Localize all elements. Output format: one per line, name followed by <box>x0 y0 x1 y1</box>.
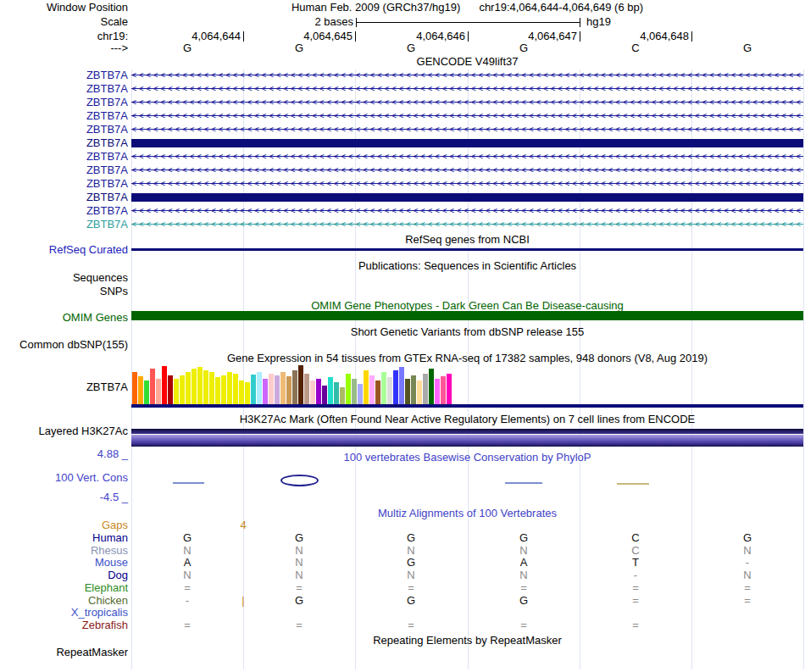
gtex-expression-bar[interactable] <box>162 366 167 404</box>
gene-label[interactable]: ZBTB7A <box>0 178 128 190</box>
gtex-gene-model-line[interactable] <box>131 404 803 408</box>
gtex-expression-bar[interactable] <box>328 377 333 404</box>
track-label-gtex-gene[interactable]: ZBTB7A <box>0 381 128 393</box>
h3k27ac-signal-band-top[interactable] <box>131 429 803 434</box>
gtex-expression-bar[interactable] <box>245 382 250 404</box>
gtex-expression-bar[interactable] <box>405 379 410 404</box>
gtex-expression-bar[interactable] <box>292 370 297 404</box>
species-label-mouse[interactable]: Mouse <box>0 557 128 569</box>
gtex-expression-bar[interactable] <box>150 369 155 404</box>
gtex-expression-bar[interactable] <box>369 375 375 404</box>
species-label-human[interactable]: Human <box>0 532 128 544</box>
gtex-expression-bar[interactable] <box>215 377 220 404</box>
gtex-expression-bar[interactable] <box>257 372 262 404</box>
gene-direction-arrows[interactable]: <<<<<<<<<<<<<<<<<<<<<<<<<<<<<<<<<<<<<<<<… <box>131 69 803 81</box>
gene-direction-arrows[interactable]: <<<<<<<<<<<<<<<<<<<<<<<<<<<<<<<<<<<<<<<<… <box>131 164 803 175</box>
h3k27ac-signal-band[interactable] <box>131 435 803 447</box>
gtex-expression-bar[interactable] <box>221 375 226 404</box>
gtex-expression-bar[interactable] <box>364 370 369 404</box>
gene-label[interactable]: ZBTB7A <box>0 164 128 176</box>
gtex-expression-bar[interactable] <box>168 375 173 404</box>
omim-gene-bar[interactable] <box>131 311 803 320</box>
gtex-expression-bar[interactable] <box>298 365 303 404</box>
species-label-zebrafish[interactable]: Zebrafish <box>0 619 128 631</box>
species-label-x_tropicalis[interactable]: X_tropicalis <box>0 607 128 619</box>
gtex-expression-bar[interactable] <box>192 369 197 404</box>
gene-label[interactable]: ZBTB7A <box>0 192 128 203</box>
gtex-expression-bar[interactable] <box>346 374 351 404</box>
track-label-common-dbsnp[interactable]: Common dbSNP(155) <box>0 339 128 351</box>
gtex-expression-bar[interactable] <box>239 380 244 404</box>
gtex-expression-bar[interactable] <box>227 372 232 404</box>
species-label-rhesus[interactable]: Rhesus <box>0 545 128 557</box>
gtex-expression-bar[interactable] <box>144 380 149 404</box>
gene-direction-arrows[interactable]: <<<<<<<<<<<<<<<<<<<<<<<<<<<<<<<<<<<<<<<<… <box>131 219 803 230</box>
gtex-expression-bar[interactable] <box>340 387 345 404</box>
gene-label[interactable]: ZBTB7A <box>0 219 128 230</box>
gtex-expression-bar[interactable] <box>197 367 203 404</box>
gtex-expression-bar[interactable] <box>429 369 434 404</box>
gtex-expression-bar[interactable] <box>156 379 161 404</box>
species-label-dog[interactable]: Dog <box>0 569 128 581</box>
gtex-expression-bar[interactable] <box>251 375 256 404</box>
gtex-expression-bar[interactable] <box>387 377 392 404</box>
gtex-expression-bar[interactable] <box>435 379 440 404</box>
gtex-expression-bar[interactable] <box>310 380 315 404</box>
gene-exon-bar[interactable] <box>131 139 803 147</box>
gene-direction-arrows[interactable]: <<<<<<<<<<<<<<<<<<<<<<<<<<<<<<<<<<<<<<<<… <box>131 205 803 216</box>
gtex-expression-bar[interactable] <box>203 370 208 404</box>
gtex-expression-bar[interactable] <box>275 375 280 404</box>
gtex-expression-bar[interactable] <box>399 367 404 404</box>
track-label-sequences[interactable]: Sequences <box>0 272 128 284</box>
gene-label[interactable]: ZBTB7A <box>0 83 128 95</box>
gtex-expression-bar[interactable] <box>417 380 422 404</box>
species-label-elephant[interactable]: Elephant <box>0 582 128 594</box>
gtex-expression-bar[interactable] <box>304 374 309 404</box>
gtex-expression-bar[interactable] <box>358 384 363 404</box>
gene-direction-arrows[interactable]: <<<<<<<<<<<<<<<<<<<<<<<<<<<<<<<<<<<<<<<<… <box>131 151 803 162</box>
gtex-expression-bar[interactable] <box>381 372 386 404</box>
track-label-repeatmasker[interactable]: RepeatMasker <box>0 647 128 658</box>
gene-label[interactable]: ZBTB7A <box>0 205 128 217</box>
gtex-expression-bar[interactable] <box>132 372 137 404</box>
gtex-expression-bar[interactable] <box>322 386 327 404</box>
track-label-phylop[interactable]: 100 Vert. Cons <box>0 472 128 484</box>
gtex-expression-bar[interactable] <box>411 375 416 404</box>
gene-label[interactable]: ZBTB7A <box>0 110 128 122</box>
gtex-expression-bar[interactable] <box>393 370 398 404</box>
gene-label[interactable]: ZBTB7A <box>0 97 128 108</box>
gtex-expression-bar[interactable] <box>233 374 238 404</box>
gene-label[interactable]: ZBTB7A <box>0 124 128 136</box>
gtex-expression-bar[interactable] <box>447 374 452 404</box>
gtex-expression-bar[interactable] <box>280 372 286 404</box>
gene-direction-arrows[interactable]: <<<<<<<<<<<<<<<<<<<<<<<<<<<<<<<<<<<<<<<<… <box>131 178 803 189</box>
gtex-expression-bar[interactable] <box>441 376 446 404</box>
gtex-expression-bar[interactable] <box>375 380 380 404</box>
gtex-expression-bar[interactable] <box>263 379 268 404</box>
gtex-expression-bar[interactable] <box>269 374 274 404</box>
gene-direction-arrows[interactable]: <<<<<<<<<<<<<<<<<<<<<<<<<<<<<<<<<<<<<<<<… <box>131 83 803 94</box>
gene-exon-bar[interactable] <box>131 193 803 202</box>
gene-label[interactable]: ZBTB7A <box>0 151 128 163</box>
track-label-h3k27ac[interactable]: Layered H3K27Ac <box>0 425 128 437</box>
refseq-gene-line[interactable] <box>131 248 803 251</box>
gtex-expression-bar[interactable] <box>423 374 428 404</box>
gtex-expression-bar[interactable] <box>174 379 179 404</box>
track-label-omim-genes[interactable]: OMIM Genes <box>0 312 128 324</box>
gtex-expression-bar[interactable] <box>316 379 321 404</box>
gene-direction-arrows[interactable]: <<<<<<<<<<<<<<<<<<<<<<<<<<<<<<<<<<<<<<<<… <box>131 124 803 135</box>
gtex-expression-bar[interactable] <box>209 372 214 404</box>
gene-direction-arrows[interactable]: <<<<<<<<<<<<<<<<<<<<<<<<<<<<<<<<<<<<<<<<… <box>131 110 803 121</box>
gtex-expression-bar[interactable] <box>138 376 143 404</box>
gene-label[interactable]: ZBTB7A <box>0 137 128 149</box>
gene-direction-arrows[interactable]: <<<<<<<<<<<<<<<<<<<<<<<<<<<<<<<<<<<<<<<<… <box>131 97 803 108</box>
species-label-chicken[interactable]: Chicken <box>0 595 128 607</box>
gtex-expression-bar[interactable] <box>352 379 357 404</box>
track-label-snps[interactable]: SNPs <box>0 286 128 297</box>
track-label-refseq-curated[interactable]: RefSeq Curated <box>0 244 128 256</box>
gtex-expression-bar[interactable] <box>334 382 339 404</box>
gtex-expression-bar[interactable] <box>186 372 191 404</box>
gtex-expression-bar[interactable] <box>180 375 185 404</box>
gtex-expression-bar[interactable] <box>286 376 291 404</box>
gene-label[interactable]: ZBTB7A <box>0 69 128 81</box>
